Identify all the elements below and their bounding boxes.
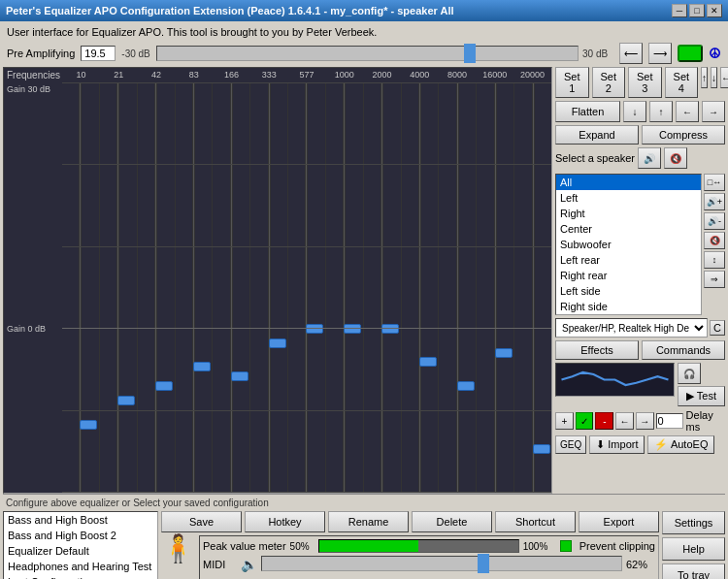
remove-band-btn[interactable]: - — [595, 412, 613, 430]
config-bass-high[interactable]: Bass and High Boost — [4, 512, 157, 528]
pre-amp-value[interactable] — [81, 46, 116, 61]
pre-amp-slider[interactable] — [156, 46, 579, 61]
eq-channel-4 — [213, 82, 250, 494]
set4-button[interactable]: Set 4 — [665, 67, 699, 98]
speaker-device-select[interactable]: Speaker/HP, Realtek High De — [555, 318, 708, 338]
rename-button[interactable]: Rename — [328, 511, 409, 532]
content-area: Frequencies 10 21 42 83 166 333 577 1000… — [3, 67, 725, 494]
flatten-icon3[interactable]: ← — [676, 101, 699, 122]
close-button[interactable]: ✕ — [707, 4, 722, 17]
eq-slider-10[interactable] — [447, 82, 467, 494]
power-button[interactable] — [678, 45, 703, 62]
flatten-button[interactable]: Flatten — [555, 101, 620, 122]
speaker-icon-5[interactable]: ↕ — [704, 251, 725, 269]
arrow-btn2[interactable]: → — [636, 412, 654, 430]
speaker-list: All Left Right Center Subwoofer Left rea… — [556, 175, 701, 314]
flatten-icon1[interactable]: ↓ — [623, 101, 646, 122]
maximize-button[interactable]: □ — [689, 4, 705, 17]
speaker-subwoofer[interactable]: Subwoofer — [556, 237, 701, 252]
commands-button[interactable]: Commands — [642, 340, 725, 360]
minimize-button[interactable]: ─ — [672, 4, 687, 17]
enabled-btn[interactable]: ✓ — [576, 412, 594, 430]
flatten-icon2[interactable]: ↑ — [649, 101, 673, 122]
curve-test-row: 🎧 ▶ Test — [555, 363, 725, 406]
speaker-right[interactable]: Right — [556, 206, 701, 221]
midi-label: MIDI — [203, 559, 237, 570]
set1-button[interactable]: Set 1 — [555, 67, 589, 98]
speaker-icon-1[interactable]: □↔ — [704, 174, 725, 191]
speaker-right-side[interactable]: Right side — [556, 299, 701, 314]
speaker-right-rear[interactable]: Right rear — [556, 268, 701, 283]
speaker-mute-icon[interactable]: 🔇 — [664, 147, 687, 169]
set2-button[interactable]: Set 2 — [592, 67, 626, 98]
compress-button[interactable]: Compress — [642, 125, 725, 145]
pre-amp-icon1[interactable]: ⟵ — [619, 43, 643, 64]
import-button[interactable]: ⬇ Import — [589, 435, 645, 454]
config-headphones[interactable]: Headphones and Hearing Test — [4, 559, 157, 574]
pre-amp-max-label: 30 dB — [582, 48, 613, 59]
eq-channel-3 — [176, 82, 214, 494]
freq-577: 577 — [288, 70, 326, 80]
speaker-all[interactable]: All — [556, 175, 701, 190]
speaker-icon-4[interactable]: 🔇 — [704, 232, 725, 249]
delete-button[interactable]: Delete — [412, 511, 492, 532]
config-bass-high-2[interactable]: Bass and High Boost 2 — [4, 528, 157, 543]
speaker-device-btn[interactable]: C — [710, 320, 725, 336]
settings-button[interactable]: Settings — [662, 511, 725, 534]
small-btn-row: + ✓ - ← → Delay ms — [555, 409, 725, 433]
delay-input[interactable] — [656, 413, 683, 429]
set3-button[interactable]: Set 3 — [628, 67, 662, 98]
delay-area: Delay ms — [656, 409, 725, 433]
flatten-icon4[interactable]: → — [702, 101, 725, 122]
pre-amp-icon2[interactable]: ⟶ — [648, 43, 672, 64]
arrow-btn1[interactable]: ← — [615, 412, 634, 430]
eq-channel-6 — [288, 82, 326, 494]
speaker-icon-6[interactable]: ⇒ — [704, 271, 725, 288]
eq-slider-0[interactable] — [71, 82, 90, 494]
speaker-area: All Left Right Center Subwoofer Left rea… — [555, 174, 725, 315]
arrow-up-btn[interactable]: ↑ — [701, 67, 708, 88]
eq-slider-8[interactable] — [373, 82, 392, 494]
autoeq-button[interactable]: ⚡ AutoEQ — [647, 435, 714, 454]
save-button[interactable]: Save — [161, 511, 242, 532]
test-button[interactable]: ▶ Test — [678, 386, 725, 406]
speaker-left[interactable]: Left — [556, 190, 701, 206]
expand-button[interactable]: Expand — [555, 125, 639, 145]
config-eq-default[interactable]: Equalizer Default — [4, 543, 157, 559]
eq-slider-1[interactable] — [109, 82, 128, 494]
speaker-vol-icon[interactable]: 🔊 — [638, 147, 661, 169]
eq-slider-9[interactable] — [411, 82, 430, 494]
geq-button[interactable]: GEQ — [555, 435, 586, 454]
to-tray-button[interactable]: To tray — [662, 563, 725, 579]
speaker-icon-2[interactable]: 🔊+ — [704, 193, 725, 210]
eq-slider-4[interactable] — [221, 82, 241, 494]
midi-slider[interactable] — [261, 556, 622, 571]
speaker-icon-3[interactable]: 🔊- — [704, 212, 725, 230]
freq-row: Frequencies 10 21 42 83 166 333 577 1000… — [4, 68, 551, 82]
shortcut-button[interactable]: Shortcut — [495, 511, 576, 532]
export-button[interactable]: Export — [579, 511, 659, 532]
speaker-left-side[interactable]: Left side — [556, 283, 701, 299]
bottom-divider: Configure above equalizer or Select your… — [3, 494, 725, 579]
eq-slider-3[interactable] — [183, 82, 203, 494]
speaker-left-rear[interactable]: Left rear — [556, 252, 701, 268]
help-button[interactable]: Help — [662, 537, 725, 561]
add-band-btn[interactable]: + — [555, 412, 574, 430]
import-autoeq-row: GEQ ⬇ Import ⚡ AutoEQ — [555, 435, 725, 454]
effects-button[interactable]: Effects — [555, 340, 639, 360]
eq-slider-5[interactable] — [259, 82, 279, 494]
eq-channel-2 — [138, 82, 176, 494]
config-last[interactable]: Last Configuration — [4, 574, 157, 579]
hotkey-button[interactable]: Hotkey — [245, 511, 325, 532]
speaker-device-row: Speaker/HP, Realtek High De C — [555, 318, 725, 338]
eq-slider-11[interactable] — [485, 82, 505, 494]
peak-meter-area: Peak value meter 50% 100% Prevent clippi… — [199, 535, 659, 579]
eq-slider-7[interactable] — [335, 82, 354, 494]
speaker-center[interactable]: Center — [556, 221, 701, 237]
arrow-left-btn[interactable]: ← — [720, 67, 728, 88]
eq-slider-12[interactable] — [523, 82, 543, 494]
eq-slider-6[interactable] — [297, 82, 316, 494]
arrow-down-btn[interactable]: ↓ — [711, 67, 717, 88]
headphone-icon[interactable]: 🎧 — [678, 363, 701, 384]
eq-slider-2[interactable] — [147, 82, 166, 494]
